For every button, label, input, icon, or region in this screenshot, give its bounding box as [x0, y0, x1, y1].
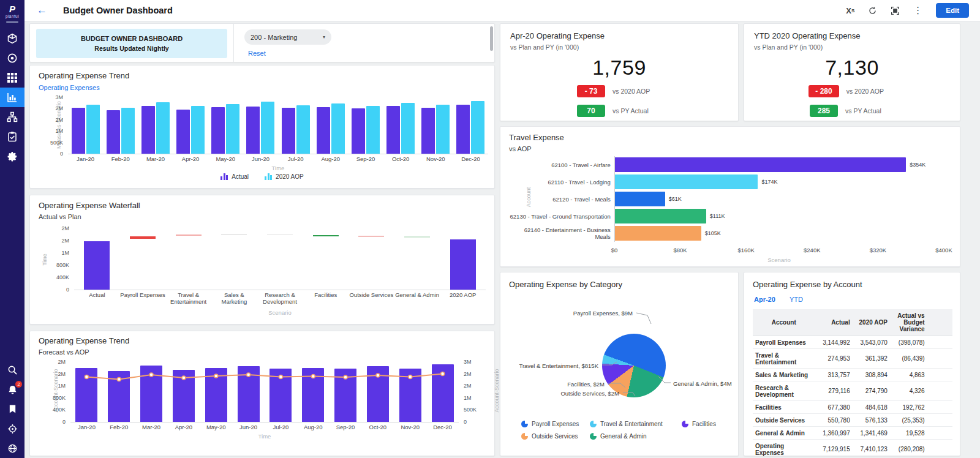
- bar-Apr-20-Actual[interactable]: [176, 110, 190, 154]
- table-cell-blank: [927, 381, 952, 401]
- bar-May-20-Actual[interactable]: [211, 107, 225, 154]
- refresh-icon[interactable]: [868, 6, 877, 15]
- bar-Aug-20-Actual[interactable]: [317, 107, 330, 154]
- sidebar-item-notifications[interactable]: 2: [0, 380, 24, 399]
- table-row[interactable]: Outside Services550,780576,133(25,353): [753, 414, 952, 427]
- table-row[interactable]: Facilities677,380484,618192,762: [753, 401, 952, 414]
- planful-logo[interactable]: P planful: [6, 4, 19, 29]
- waterfall-bar-Facilities[interactable]: [313, 235, 339, 236]
- bar-Oct-20-Actual[interactable]: [386, 106, 400, 154]
- waterfall-bar-Research Development[interactable]: [267, 234, 293, 235]
- legend-item-2020-aop[interactable]: 2020 AOP: [265, 173, 304, 180]
- forecast-bar-Jan-20[interactable]: [75, 368, 97, 422]
- forecast-bar-Mar-20[interactable]: [140, 366, 162, 422]
- bar-Mar-20-Actual[interactable]: [141, 106, 155, 154]
- waterfall-bar-2020[interactable]: [450, 239, 476, 290]
- forecast-bar-Oct-20[interactable]: [367, 366, 389, 422]
- forecast-bar-Sep-20[interactable]: [334, 369, 356, 422]
- table-row[interactable]: Sales & Marketing313,757308,8944,863: [753, 369, 952, 381]
- bar-Nov-20-2020 AOP[interactable]: [436, 105, 450, 154]
- x-tick-label: $320K: [870, 247, 886, 253]
- sidebar-item-global[interactable]: [0, 438, 24, 458]
- fullscreen-icon[interactable]: [891, 6, 900, 15]
- bar-Jul-20-2020 AOP[interactable]: [296, 105, 310, 154]
- bar-Jun-20-2020 AOP[interactable]: [261, 102, 274, 154]
- pie-legend-item[interactable]: Travel & Entertainment: [590, 421, 682, 427]
- bar-group: [297, 362, 330, 422]
- bar-Oct-20-2020 AOP[interactable]: [401, 103, 415, 154]
- table-row[interactable]: Research & Development279,116274,7904,32…: [753, 381, 952, 401]
- sidebar-item-navigate[interactable]: [0, 419, 24, 438]
- waterfall-bar-Sales[interactable]: [221, 234, 247, 235]
- legend-item-actual[interactable]: Actual: [221, 173, 249, 180]
- forecast-bar-Dec-20[interactable]: [432, 364, 454, 422]
- bar-Aug-20-2020 AOP[interactable]: [331, 103, 345, 154]
- pie-legend-item[interactable]: Payroll Expenses: [521, 421, 590, 427]
- category-pie-chart[interactable]: [602, 334, 666, 397]
- forecast-bar-Nov-20[interactable]: [399, 369, 421, 422]
- bar-Apr-20-2020 AOP[interactable]: [191, 106, 205, 154]
- sidebar-item-search[interactable]: [0, 360, 24, 380]
- edit-button[interactable]: Edit: [936, 3, 969, 18]
- sidebar-item-settings[interactable]: [0, 146, 24, 166]
- forecast-bar-Jul-20[interactable]: [270, 369, 292, 422]
- forecast-bar-Feb-20[interactable]: [108, 371, 130, 422]
- reset-link[interactable]: Reset: [248, 50, 266, 57]
- department-dropdown[interactable]: 200 - Marketing ▾: [244, 29, 331, 45]
- forecast-bar-Apr-20[interactable]: [173, 370, 195, 422]
- bar-May-20-2020 AOP[interactable]: [226, 104, 239, 154]
- waterfall-bar-Actual[interactable]: [84, 241, 110, 290]
- table-row[interactable]: General & Admin1,360,9971,341,46919,528: [753, 427, 952, 440]
- substitution-variables-icon[interactable]: XS: [846, 6, 854, 15]
- bar-Jul-20-Actual[interactable]: [282, 108, 295, 154]
- bar-value-label: $61K: [669, 196, 682, 202]
- sidebar-item-tasks[interactable]: [0, 127, 24, 146]
- bar-Jan-20-Actual[interactable]: [72, 108, 85, 154]
- tab-ytd[interactable]: YTD: [790, 296, 803, 303]
- sidebar-item-apps[interactable]: [0, 68, 24, 88]
- travel-bar[interactable]: [615, 157, 906, 172]
- bar-Dec-20-2020 AOP[interactable]: [471, 101, 484, 154]
- bar-Jun-20-Actual[interactable]: [246, 107, 260, 154]
- operating-expenses-link[interactable]: Operating Expenses: [39, 84, 100, 91]
- travel-bar[interactable]: [615, 192, 665, 206]
- travel-bar[interactable]: [615, 175, 758, 189]
- bar-Sep-20-2020 AOP[interactable]: [366, 106, 380, 154]
- waterfall-bar-Travel Entertainment[interactable]: [176, 235, 202, 236]
- bar-Mar-20-2020 AOP[interactable]: [156, 102, 170, 154]
- travel-bar[interactable]: [615, 209, 706, 223]
- sidebar-item-modeling[interactable]: [0, 29, 24, 48]
- table-row[interactable]: Operating Expenses7,129,9157,410,123(280…: [753, 440, 952, 458]
- waterfall-bar-Outside[interactable]: [358, 236, 384, 237]
- bar-Sep-20-Actual[interactable]: [352, 108, 365, 154]
- table-row[interactable]: Payroll Expenses3,144,9923,543,070(398,0…: [753, 336, 952, 349]
- waterfall-bar-General[interactable]: [404, 236, 430, 238]
- scrollbar-thumb[interactable]: [490, 26, 493, 51]
- crosshair-icon: [7, 424, 18, 434]
- bar-Nov-20-Actual[interactable]: [421, 108, 435, 154]
- x-axis-category: Facilities: [303, 292, 349, 306]
- bar-group: [394, 362, 426, 422]
- more-options-icon[interactable]: ⋮: [913, 5, 922, 16]
- tab-apr-20[interactable]: Apr-20: [754, 296, 775, 303]
- bar-Jan-20-2020 AOP[interactable]: [86, 105, 100, 154]
- back-arrow-icon[interactable]: ←: [37, 4, 47, 17]
- forecast-bar-Aug-20[interactable]: [302, 368, 324, 422]
- pie-legend-item[interactable]: Facilities: [682, 421, 729, 427]
- bar-Feb-20-2020 AOP[interactable]: [121, 108, 135, 154]
- bar-Feb-20-Actual[interactable]: [107, 110, 120, 154]
- x-axis-category: Aug-20: [297, 424, 330, 431]
- banner-subtitle: Results Updated Nightly: [94, 45, 168, 52]
- pie-legend-item[interactable]: Outside Services: [521, 433, 590, 440]
- sidebar-item-bookmarks[interactable]: [0, 399, 24, 419]
- table-row[interactable]: Travel & Entertainment274,953361,392(86,…: [753, 349, 952, 369]
- forecast-bar-Jun-20[interactable]: [238, 366, 260, 422]
- forecast-bar-May-20[interactable]: [205, 368, 227, 422]
- pie-legend-item[interactable]: General & Admin: [590, 433, 682, 440]
- travel-bar[interactable]: [615, 226, 701, 241]
- sidebar-item-dashboards[interactable]: [0, 88, 24, 107]
- waterfall-bar-Payroll[interactable]: [130, 236, 156, 239]
- bar-Dec-20-Actual[interactable]: [456, 105, 470, 154]
- sidebar-item-goals[interactable]: [0, 48, 24, 68]
- sidebar-item-hierarchy[interactable]: [0, 107, 24, 127]
